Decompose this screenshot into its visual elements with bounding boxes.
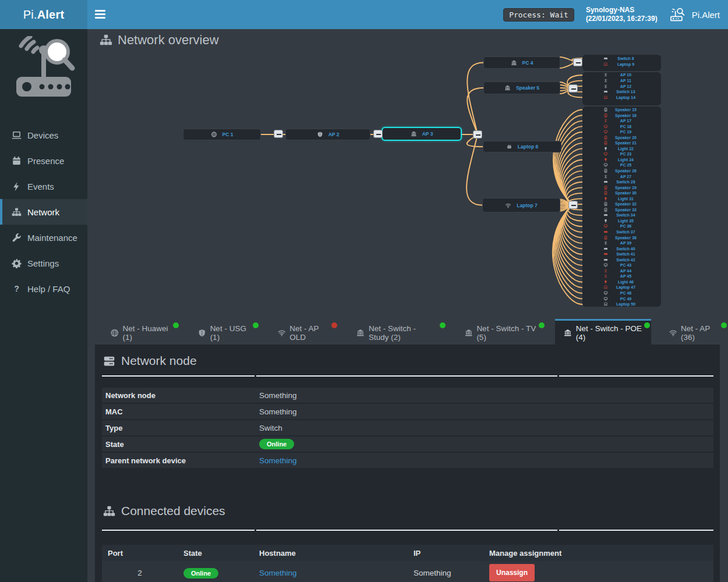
parent-device-link[interactable]: Something bbox=[255, 456, 297, 465]
unassign-button[interactable]: Unassign bbox=[489, 564, 535, 581]
tab-net-switch-study-2[interactable]: Net - Switch - Study (2) bbox=[348, 319, 446, 345]
tab-net-switch-tv-5[interactable]: Net - Switch - TV (5) bbox=[456, 319, 546, 345]
tab-net-switch-poe-4[interactable]: Net - Switch - POE (4) bbox=[555, 319, 651, 345]
network-node-ap-2[interactable]: AP 2 bbox=[285, 129, 370, 140]
collapse-button[interactable] bbox=[274, 130, 283, 138]
hostname-link[interactable]: Something bbox=[259, 569, 297, 577]
device-entry-switch-8[interactable]: Switch 8 bbox=[582, 55, 661, 61]
network-node-laptop-6[interactable]: Laptop 6 bbox=[483, 141, 561, 152]
sidebar-toggle-button[interactable] bbox=[95, 10, 105, 19]
collapse-button[interactable] bbox=[373, 130, 383, 138]
device-entry-light-22[interactable]: Light 22 bbox=[582, 146, 661, 152]
sidebar-item-help-faq[interactable]: ?Help / FAQ bbox=[0, 276, 87, 301]
network-node-pc-1[interactable]: PC 1 bbox=[183, 129, 261, 140]
network-node-speaker-5[interactable]: Speaker 5 bbox=[483, 81, 560, 94]
device-entry-speaker-15[interactable]: Speaker 15 bbox=[582, 107, 661, 113]
speaker-icon bbox=[603, 108, 608, 112]
device-entry-speaker-26[interactable]: Speaker 26 bbox=[582, 168, 661, 174]
device-entry-pc-36[interactable]: PC 36 bbox=[582, 223, 661, 229]
sidebar-item-maintenance[interactable]: Maintenance bbox=[0, 225, 87, 250]
device-entry-switch-41[interactable]: Switch 41 bbox=[582, 251, 661, 257]
device-entry-switch-13[interactable]: Switch 13 bbox=[582, 89, 661, 95]
device-entry-switch-42[interactable]: Switch 42 bbox=[582, 257, 661, 262]
tab-net-huawei-1[interactable]: Net - Huawei (1) bbox=[102, 319, 180, 345]
node-detail-row-network-node: Network nodeSomething bbox=[102, 388, 713, 403]
sidebar-item-settings[interactable]: Settings bbox=[0, 250, 87, 276]
device-entry-ap-12[interactable]: AP 12 bbox=[582, 83, 661, 89]
device-entry-laptop-47[interactable]: Laptop 47 bbox=[582, 285, 661, 290]
device-entry-ap-39[interactable]: AP 39 bbox=[582, 240, 661, 246]
collapse-button[interactable] bbox=[568, 201, 578, 209]
device-entry-pc-19[interactable]: PC 19 bbox=[582, 129, 661, 135]
node-detail-value: Something bbox=[255, 407, 297, 416]
device-name: Speaker 30 bbox=[612, 191, 641, 195]
device-name: AP 39 bbox=[612, 241, 641, 245]
device-entry-light-35[interactable]: Light 35 bbox=[582, 218, 661, 224]
collapse-button[interactable] bbox=[573, 58, 582, 66]
device-entry-pc-48[interactable]: PC 48 bbox=[582, 290, 661, 296]
device-entry-speaker-33[interactable]: Speaker 33 bbox=[582, 207, 661, 213]
device-entry-ap-17[interactable]: AP 17 bbox=[582, 118, 661, 124]
device-entry-pc-43[interactable]: PC 43 bbox=[582, 262, 661, 268]
device-name: AP 10 bbox=[612, 73, 641, 77]
device-entry-switch-28[interactable]: Switch 28 bbox=[582, 179, 661, 185]
device-entry-light-31[interactable]: Light 31 bbox=[582, 196, 661, 201]
device-entry-pc-18[interactable]: PC 18 bbox=[582, 123, 661, 129]
node-detail-value: Switch bbox=[255, 424, 282, 432]
tab-net-ap-36[interactable]: Net - AP (36) bbox=[660, 319, 728, 345]
device-entry-ap-27[interactable]: AP 27 bbox=[582, 173, 661, 179]
device-entry-pc-25[interactable]: PC 25 bbox=[582, 162, 661, 168]
light-icon bbox=[603, 197, 608, 201]
header-app-link[interactable]: Pi.Alert bbox=[669, 7, 723, 22]
device-entry-ap-11[interactable]: AP 11 bbox=[582, 78, 661, 84]
tab-net-usg-1[interactable]: Net - USG (1) bbox=[189, 319, 260, 345]
node-detail-label: Parent network device bbox=[102, 456, 255, 465]
device-entry-speaker-38[interactable]: Speaker 38 bbox=[582, 235, 661, 240]
device-entry-ap-44[interactable]: AP 44 bbox=[582, 268, 661, 274]
action-cell: Unassign bbox=[483, 564, 713, 581]
ap-icon bbox=[603, 79, 608, 83]
sidebar-item-presence[interactable]: Presence bbox=[0, 148, 87, 173]
sidebar-item-network[interactable]: Network bbox=[0, 199, 87, 225]
device-name: Speaker 33 bbox=[612, 208, 641, 212]
device-entry-light-24[interactable]: Light 24 bbox=[582, 157, 661, 163]
light-icon bbox=[603, 147, 608, 151]
device-entry-switch-34[interactable]: Switch 34 bbox=[582, 212, 661, 218]
device-entry-speaker-30[interactable]: Speaker 30 bbox=[582, 190, 661, 196]
device-entry-ap-10[interactable]: AP 10 bbox=[582, 72, 661, 78]
device-name: PC 43 bbox=[612, 263, 641, 267]
device-entry-speaker-20[interactable]: Speaker 20 bbox=[582, 134, 661, 140]
device-name: Light 35 bbox=[612, 219, 641, 223]
status-dot-green bbox=[253, 322, 259, 328]
device-entry-pc-23[interactable]: PC 23 bbox=[582, 151, 661, 157]
ap-icon bbox=[603, 274, 608, 278]
wrench-icon bbox=[12, 233, 22, 243]
tab-net-ap-old[interactable]: Net - AP OLD bbox=[269, 319, 339, 345]
device-entry-speaker-16[interactable]: Speaker 16 bbox=[582, 112, 661, 118]
device-entry-switch-37[interactable]: Switch 37 bbox=[582, 229, 661, 235]
node-label: AP 3 bbox=[422, 131, 433, 137]
sidebar-item-events[interactable]: Events bbox=[0, 173, 87, 199]
device-entry-laptop-50[interactable]: Laptop 50 bbox=[582, 301, 661, 307]
collapse-button[interactable] bbox=[473, 130, 482, 139]
network-topology-diagram[interactable]: PC 1AP 2AP 3PC 4Speaker 5Laptop 6Laptop … bbox=[87, 29, 728, 318]
ap-icon bbox=[603, 119, 608, 123]
device-entry-pc-49[interactable]: PC 49 bbox=[582, 296, 661, 301]
device-entry-light-46[interactable]: Light 46 bbox=[582, 279, 661, 285]
device-entry-speaker-21[interactable]: Speaker 21 bbox=[582, 140, 661, 146]
network-node-laptop-7[interactable]: Laptop 7 bbox=[482, 198, 560, 212]
device-entry-laptop-9[interactable]: Laptop 9 bbox=[582, 61, 661, 67]
node-detail-row-parent-network-device: Parent network deviceSomething bbox=[102, 453, 713, 468]
column-header-state: State bbox=[178, 549, 253, 558]
device-entry-switch-40[interactable]: Switch 40 bbox=[582, 246, 661, 251]
bot-icon bbox=[506, 144, 513, 150]
device-entry-laptop-14[interactable]: Laptop 14 bbox=[582, 95, 661, 101]
collapse-button[interactable] bbox=[568, 84, 578, 93]
brand-logo[interactable]: Pi.Alert bbox=[0, 0, 87, 29]
device-entry-ap-45[interactable]: AP 45 bbox=[582, 274, 661, 279]
sidebar-item-devices[interactable]: Devices bbox=[0, 122, 87, 148]
device-entry-speaker-32[interactable]: Speaker 32 bbox=[582, 201, 661, 207]
device-entry-speaker-29[interactable]: Speaker 29 bbox=[582, 184, 661, 190]
network-node-ap-3[interactable]: AP 3 bbox=[381, 127, 462, 141]
network-node-pc-4[interactable]: PC 4 bbox=[483, 56, 560, 69]
